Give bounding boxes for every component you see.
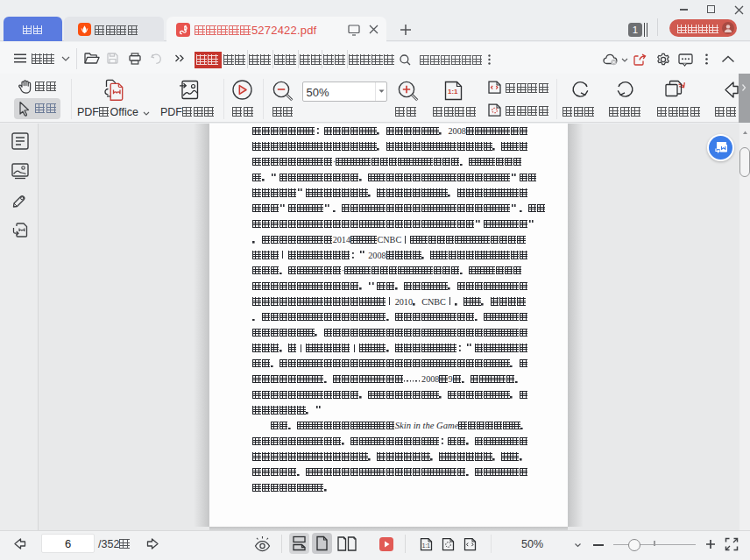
svg-text:1:1: 1:1: [448, 88, 458, 96]
svg-text:1:1: 1:1: [422, 542, 430, 549]
